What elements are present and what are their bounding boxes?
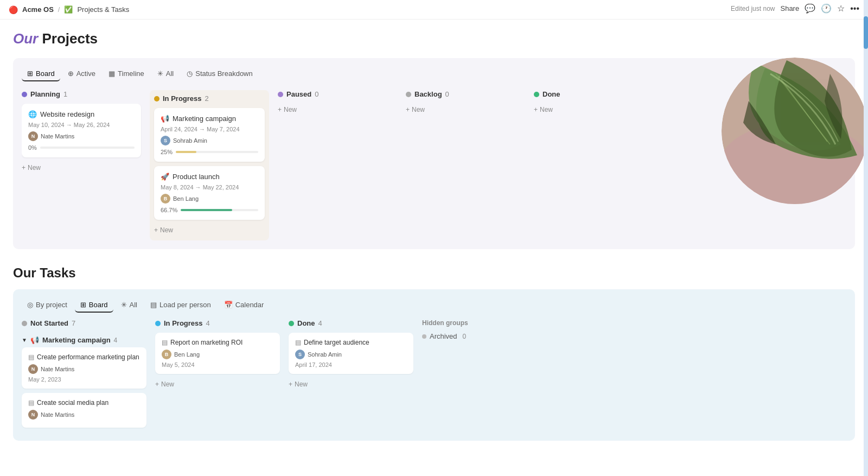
app-logo: 🔴 [9,5,18,14]
task-in-progress-add-new[interactable]: + New [155,378,280,390]
task-in-progress-label: In Progress [164,319,203,327]
load-icon: ▤ [150,301,157,309]
avatar-ben: B [161,194,170,204]
sohrab-task-name: Sohrab Amin [308,351,342,358]
hidden-groups-title: Hidden groups [422,319,520,327]
task-col-not-started: Not Started 7 ▼ 📢 Marketing campaign 4 ▤… [22,319,146,432]
task-report-roi-assignee: B Ben Lang [162,350,273,359]
in-progress-add-new[interactable]: + New [154,224,265,236]
product-launch-dates: May 8, 2024 → May 22, 2024 [161,184,258,191]
paused-label: Paused [286,90,311,98]
task-all-icon: ✳ [121,301,127,309]
scrollbar[interactable] [864,0,868,452]
card-marketing-campaign: 📢 Marketing campaign April 24, 2024 → Ma… [154,108,265,162]
task-create-perf-assignee: N Nate Martins [28,364,140,374]
website-redesign-dates: May 10, 2024 → May 26, 2024 [28,122,135,128]
task-all-label: All [130,301,137,309]
backlog-add-new[interactable]: + New [406,104,525,116]
task-report-roi-title: ▤ Report on marketing ROI [162,339,273,346]
status-breakdown-tab-icon: ◷ [187,69,193,78]
load-label: Load per person [159,301,211,309]
marketing-campaign-progress: 25% [161,149,258,155]
more-icon[interactable]: ••• [850,4,859,14]
edited-label: Edited just now [731,5,775,12]
task-tab-board[interactable]: ⊞ Board [75,298,113,313]
task-board-label: Board [89,301,108,309]
ben-task-name: Ben Lang [174,351,200,358]
task-icon-audience: ▤ [295,339,301,346]
task-report-roi-date: May 5, 2024 [162,361,273,368]
done-add-new[interactable]: + New [534,104,653,116]
backlog-dot [406,92,411,97]
tasks-container: ◎ By project ⊞ Board ✳ All ▤ Load per pe… [13,289,855,441]
paused-add-new[interactable]: + New [278,104,397,116]
plus-icon-3: + [278,106,282,113]
tab-all[interactable]: ✳ All [152,67,179,81]
marketing-campaign-icon: 📢 [161,115,169,123]
task-tab-by-project[interactable]: ◎ By project [22,298,73,313]
by-project-label: By project [36,301,67,309]
task-define-audience-assignee: S Sohrab Amin [295,350,407,359]
projects-title: Our Projects [13,30,855,47]
in-progress-label: In Progress [163,94,202,103]
tasks-kanban: Not Started 7 ▼ 📢 Marketing campaign 4 ▤… [22,319,846,432]
assignee-ben-name: Ben Lang [173,195,199,202]
marketing-campaign-dates: April 24, 2024 → May 7, 2024 [161,126,258,132]
col-planning: Planning 1 🌐 Website redesign May 10, 20… [22,90,141,240]
tab-board[interactable]: ⊞ Board [22,67,60,81]
task-create-perf-date: May 2, 2023 [28,376,140,383]
avatar-ben-task: B [162,350,171,359]
plant-svg [722,58,868,204]
by-project-icon: ◎ [27,301,33,309]
marketing-progress-pct: 25% [161,149,173,155]
tab-active[interactable]: ⊕ Active [62,67,101,81]
group-marketing-campaign[interactable]: ▼ 📢 Marketing campaign 4 [22,333,146,347]
topbar-left: 🔴 Acme OS / ✅ Projects & Tasks [9,5,129,14]
done-label: Done [542,90,560,98]
scroll-thumb[interactable] [864,16,868,49]
comment-icon[interactable]: 💬 [805,3,815,14]
task-in-progress-count: 4 [206,319,210,327]
planning-count: 1 [63,90,67,98]
plant-decoration [722,58,868,204]
card-website-redesign: 🌐 Website redesign May 10, 2024 → May 26… [22,104,141,157]
task-tab-load[interactable]: ▤ Load per person [145,298,216,313]
share-button[interactable]: Share [780,4,799,12]
all-tab-icon: ✳ [157,69,163,78]
task-card-report-roi: ▤ Report on marketing ROI B Ben Lang May… [155,333,280,374]
plus-icon-5: + [534,106,538,113]
task-card-social-media: ▤ Create social media plan N Nate Martin… [22,393,146,428]
calendar-label: Calendar [235,301,264,309]
task-icon-social: ▤ [28,399,34,407]
tab-status-breakdown[interactable]: ◷ Status Breakdown [181,67,258,81]
tasks-title: Our Tasks [13,265,855,281]
done-dot [534,92,539,97]
product-launch-progress: 66.7% [161,207,258,213]
projects-title-rest: Projects [38,30,98,47]
card-website-redesign-title: 🌐 Website redesign [28,110,135,118]
star-icon[interactable]: ☆ [837,3,845,14]
backlog-count: 0 [445,90,449,98]
group-collapse-icon: ▼ [22,337,27,343]
not-started-dot [22,321,27,326]
not-started-count: 7 [72,319,75,327]
plus-icon: + [22,164,25,172]
task-tab-all[interactable]: ✳ All [116,298,143,313]
task-tab-calendar[interactable]: 📅 Calendar [219,298,270,313]
planning-add-new[interactable]: + New [22,162,141,174]
paused-dot [278,92,283,97]
plus-icon-2: + [154,226,158,234]
avatar-sohrab: S [161,136,170,145]
task-done-header: Done 4 [289,319,413,327]
task-icon-perf: ▤ [28,353,34,361]
task-done-add-new[interactable]: + New [289,378,413,390]
task-card-create-perf: ▤ Create performance marketing plan N Na… [22,347,146,389]
breadcrumb-page: Projects & Tasks [77,5,129,14]
task-not-started-header: Not Started 7 [22,319,146,327]
tab-timeline[interactable]: ▦ Timeline [103,67,150,81]
assignee-sohrab-name: Sohrab Amin [173,137,207,144]
clock-icon[interactable]: 🕐 [821,3,832,14]
task-define-audience-date: April 17, 2024 [295,361,407,368]
active-tab-icon: ⊕ [68,69,74,78]
task-create-perf-title: ▤ Create performance marketing plan [28,353,140,361]
